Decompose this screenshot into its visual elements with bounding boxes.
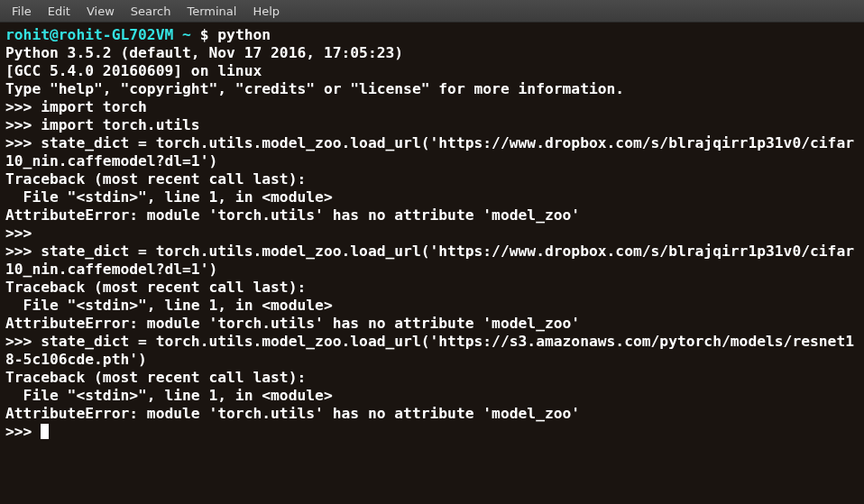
terminal-line: Type "help", "copyright", "credits" or "…	[5, 80, 624, 97]
menu-file[interactable]: File	[4, 2, 40, 21]
menu-help[interactable]: Help	[244, 2, 288, 21]
terminal-line: >>> import torch	[5, 98, 147, 115]
terminal-output[interactable]: rohit@rohit-GL702VM ~ $ python Python 3.…	[0, 23, 864, 504]
terminal-line: File "<stdin>", line 1, in <module>	[5, 297, 333, 314]
prompt-path: ~	[182, 26, 191, 43]
prompt-symbol: $	[200, 26, 209, 43]
terminal-line: >>> state_dict = torch.utils.model_zoo.l…	[5, 243, 854, 278]
menubar: File Edit View Search Terminal Help	[0, 0, 864, 23]
terminal-line: Traceback (most recent call last):	[5, 170, 306, 188]
terminal-line: [GCC 5.4.0 20160609] on linux	[5, 62, 262, 79]
cursor	[41, 424, 49, 439]
menu-view[interactable]: View	[78, 2, 123, 21]
terminal-line: File "<stdin>", line 1, in <module>	[5, 387, 333, 404]
terminal-line: File "<stdin>", line 1, in <module>	[5, 188, 333, 206]
terminal-line: AttributeError: module 'torch.utils' has…	[5, 405, 580, 422]
prompt-user-host: rohit@rohit-GL702VM	[5, 26, 173, 43]
menu-search[interactable]: Search	[123, 2, 179, 21]
terminal-line: Traceback (most recent call last):	[5, 369, 306, 386]
menu-edit[interactable]: Edit	[40, 2, 78, 21]
prompt-command: python	[217, 26, 271, 43]
terminal-line: >>> import torch.utils	[5, 116, 200, 133]
terminal-line: Traceback (most recent call last):	[5, 279, 306, 296]
terminal-line: AttributeError: module 'torch.utils' has…	[5, 315, 580, 332]
terminal-line: AttributeError: module 'torch.utils' has…	[5, 206, 580, 224]
terminal-line: >>>	[5, 225, 32, 242]
terminal-line: Python 3.5.2 (default, Nov 17 2016, 17:0…	[5, 44, 403, 61]
terminal-line: >>> state_dict = torch.utils.model_zoo.l…	[5, 134, 854, 170]
terminal-line: >>> state_dict = torch.utils.model_zoo.l…	[5, 333, 854, 368]
terminal-line: >>>	[5, 423, 41, 440]
menu-terminal[interactable]: Terminal	[179, 2, 244, 21]
